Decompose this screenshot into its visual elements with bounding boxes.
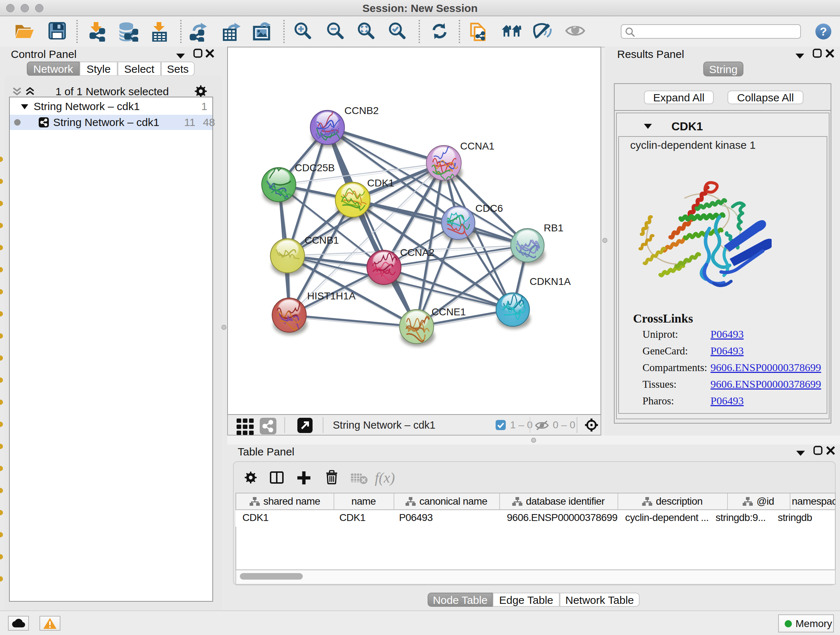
- svg-text:RB1: RB1: [544, 222, 563, 233]
- svg-text:CDK1: CDK1: [367, 177, 394, 188]
- svg-text:CCNA2: CCNA2: [400, 247, 434, 258]
- svg-text:CDC25B: CDC25B: [295, 162, 335, 173]
- svg-text:CDKN1A: CDKN1A: [530, 276, 571, 287]
- svg-text:HIST1H1A: HIST1H1A: [307, 290, 355, 302]
- svg-text:CCNA1: CCNA1: [460, 141, 494, 152]
- svg-text:CDC6: CDC6: [475, 203, 503, 214]
- svg-text:CCNB1: CCNB1: [305, 234, 339, 246]
- svg-text:CCNB2: CCNB2: [344, 105, 379, 116]
- svg-text:CCNE1: CCNE1: [431, 306, 466, 318]
